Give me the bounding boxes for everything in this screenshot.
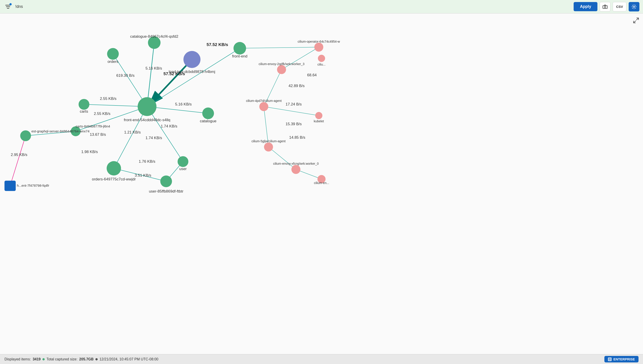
node-cilium-envoy-2qdfk[interactable]	[277, 65, 286, 74]
edge-label-5-16-2: 5.16 KB/s	[175, 102, 192, 106]
node-front-end[interactable]	[234, 42, 246, 54]
svg-line-25	[282, 47, 319, 70]
top-bar-actions: Apply CSV	[574, 2, 639, 12]
filter-active-dot	[10, 3, 12, 6]
edge-label-13-67: 13.67 B/s	[90, 132, 106, 137]
node-cilium-envoy-xfcng[interactable]	[291, 165, 300, 174]
svg-line-13	[147, 43, 154, 106]
svg-line-23	[10, 136, 26, 186]
enterprise-label: ENTERPRISE	[613, 357, 635, 361]
label-orders-649775: orders-649775c7cd-wwjdr	[92, 177, 136, 181]
node-est-graphql[interactable]	[20, 130, 31, 141]
displayed-items-count: 3419	[33, 357, 41, 361]
svg-line-17	[114, 106, 147, 168]
label-orders: orders	[108, 60, 118, 64]
label-ciliu-extra: ciliu...	[317, 62, 326, 66]
edge-label-15-39: 15.39 B/s	[286, 122, 302, 126]
timestamp: 12/21/2024, 10:45:07 PM UTC-08:00	[100, 357, 158, 361]
edge-label-3-51: 3.51 KB/s	[135, 173, 151, 178]
node-orders[interactable]	[107, 48, 119, 60]
svg-line-19	[147, 106, 183, 162]
total-size-label: Total captured size:	[47, 357, 78, 361]
edge-label-5-16-1: 5.16 KB/s	[146, 66, 162, 70]
svg-line-7	[633, 21, 635, 23]
filter-input[interactable]	[15, 4, 571, 9]
svg-point-5	[633, 6, 635, 8]
edge-label-2-55-1: 2.55 KB/s	[100, 96, 117, 101]
label-user: user	[179, 167, 187, 171]
svg-line-29	[269, 147, 296, 170]
top-bar: Apply CSV	[0, 0, 643, 14]
filter-icon-btn[interactable]	[4, 2, 13, 11]
edge-label-1-98: 1.98 KB/s	[81, 150, 98, 154]
label-front-end: front-end	[232, 54, 247, 58]
label-cilium-envoy-2qdfk: cilium-envoy-2qdfk/wrk:worker_3	[259, 62, 304, 66]
label-user-85ffb: user-85ffb869df-ftbtr	[149, 189, 183, 194]
status-bar: Displayed items: 3419 Total captured siz…	[0, 354, 643, 364]
svg-line-6	[636, 18, 638, 20]
node-load-test[interactable]	[183, 51, 201, 68]
network-canvas[interactable]: front-end-54cddd48dc-s4llq catalogue-849…	[0, 14, 643, 354]
expand-icon[interactable]	[633, 18, 639, 25]
node-front-end-54[interactable]	[138, 97, 157, 116]
svg-rect-31	[608, 358, 611, 361]
node-ciliu-extra[interactable]	[318, 55, 325, 62]
node-kubelet[interactable]	[315, 112, 322, 119]
label-carts: carts	[80, 109, 88, 114]
network-svg: front-end-54cddd48dc-s4llq catalogue-849…	[0, 14, 643, 354]
node-catalogue[interactable]	[202, 108, 214, 119]
edge-label-42-89: 42.89 B/s	[289, 84, 305, 88]
edge-label-57-52-2: 57.52 KB/s	[164, 71, 185, 76]
label-front-end-54: front-end-54cddd48dc-s4llq	[124, 118, 170, 122]
camera-button[interactable]	[600, 2, 610, 12]
svg-line-15	[84, 104, 147, 106]
edge-label-17-24: 17.24 B/s	[286, 102, 302, 106]
node-cilium-4pd7d[interactable]	[259, 102, 268, 111]
node-hpfront-ent-icon[interactable]	[5, 181, 16, 191]
apply-button[interactable]: Apply	[574, 2, 597, 11]
edge-label-14-85: 14.85 B/s	[289, 135, 305, 140]
label-kubelet: kubelet	[314, 120, 324, 123]
edge-label-2-95: 2.95 KB/s	[11, 152, 28, 157]
label-cilium-5gljw: cilium-5gljw/cilium-agent	[251, 139, 286, 143]
edge-label-1-21: 1.21 KB/s	[124, 130, 141, 134]
label-cilium-4pd7d: cilium-4pd7d/cilium-agent	[246, 99, 282, 102]
node-cilium-5gljw[interactable]	[264, 142, 273, 152]
total-size-value: 205.7GB	[79, 357, 94, 361]
label-hpfront-ent: h...ent-7f478798-fq4fr	[17, 184, 49, 188]
edge-label-1-74-1: 1.74 KB/s	[161, 124, 177, 128]
node-carts[interactable]	[79, 99, 89, 110]
label-cilium-env2: cilium-en...	[314, 181, 329, 185]
node-orders-649775[interactable]	[107, 161, 121, 176]
svg-line-24	[240, 47, 319, 48]
label-cilium-envoy-xfcng: cilium-envoy-xfcng/wrk:worker_0	[273, 162, 319, 166]
edge-label-57-52-1: 57.52 KB/s	[207, 42, 228, 47]
status-dot-dark	[96, 358, 98, 360]
node-user-85ffb[interactable]	[160, 176, 172, 187]
svg-line-27	[264, 106, 319, 116]
edge-label-1-74-2: 1.74 KB/s	[146, 136, 162, 140]
edge-label-1-76: 1.76 KB/s	[139, 159, 155, 164]
svg-point-4	[604, 6, 606, 8]
edge-label-68-64: 68.64	[307, 73, 317, 77]
label-catalogue: catalogue	[200, 119, 216, 123]
label-carts-8494: carts-8494b877f9-jl6n4	[76, 124, 110, 128]
label-cilium-operator: cilium-operator-64c74c4954-w	[298, 40, 340, 43]
svg-rect-3	[603, 6, 607, 8]
edge-label-2-55-2: 2.55 KB/s	[94, 112, 111, 116]
settings-button[interactable]	[629, 2, 639, 12]
status-dot-green	[43, 358, 45, 360]
enterprise-button[interactable]: ENTERPRISE	[604, 356, 638, 362]
label-catalogue-84967: catalogue-84967c4cf4-qsfd2	[130, 34, 179, 38]
displayed-items-label: Displayed items:	[5, 357, 31, 361]
node-cilium-operator[interactable]	[314, 43, 323, 52]
node-user[interactable]	[178, 156, 188, 167]
csv-button[interactable]: CSV	[613, 2, 626, 12]
edge-label-619-30: 619.30 B/s	[116, 74, 135, 78]
label-est-graphql: est-graphql-server-8486446764-wnx74	[32, 129, 90, 133]
